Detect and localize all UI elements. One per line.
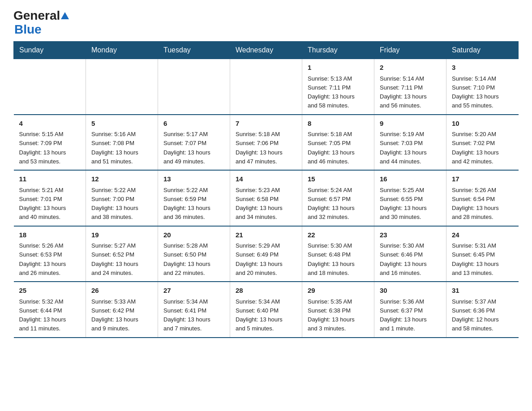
calendar-day-cell: 24Sunrise: 5:31 AM Sunset: 6:45 PM Dayli…: [446, 226, 519, 282]
calendar-day-cell: 26Sunrise: 5:33 AM Sunset: 6:42 PM Dayli…: [86, 282, 158, 338]
day-info: Sunrise: 5:34 AM Sunset: 6:41 PM Dayligh…: [163, 298, 210, 332]
calendar-day-cell: 11Sunrise: 5:21 AM Sunset: 7:01 PM Dayli…: [14, 170, 86, 226]
day-number: 7: [236, 119, 296, 129]
calendar-day-cell: 28Sunrise: 5:34 AM Sunset: 6:40 PM Dayli…: [230, 282, 302, 338]
calendar-day-cell: 10Sunrise: 5:20 AM Sunset: 7:02 PM Dayli…: [446, 115, 519, 171]
calendar-day-header: Wednesday: [230, 42, 302, 59]
calendar-day-cell: 7Sunrise: 5:18 AM Sunset: 7:06 PM Daylig…: [230, 115, 302, 171]
day-number: 9: [380, 119, 441, 129]
day-number: 11: [19, 174, 81, 184]
day-info: Sunrise: 5:30 AM Sunset: 6:46 PM Dayligh…: [380, 242, 427, 276]
day-info: Sunrise: 5:26 AM Sunset: 6:53 PM Dayligh…: [19, 242, 66, 276]
calendar-body: 1Sunrise: 5:13 AM Sunset: 7:11 PM Daylig…: [14, 59, 519, 338]
day-info: Sunrise: 5:33 AM Sunset: 6:42 PM Dayligh…: [91, 298, 138, 332]
day-number: 21: [236, 230, 296, 240]
calendar-day-cell: 9Sunrise: 5:19 AM Sunset: 7:03 PM Daylig…: [374, 115, 446, 171]
day-info: Sunrise: 5:14 AM Sunset: 7:11 PM Dayligh…: [380, 75, 427, 109]
day-info: Sunrise: 5:26 AM Sunset: 6:54 PM Dayligh…: [452, 187, 499, 221]
calendar-header-row: SundayMondayTuesdayWednesdayThursdayFrid…: [14, 42, 519, 59]
calendar-table: SundayMondayTuesdayWednesdayThursdayFrid…: [13, 41, 519, 338]
logo-blue-text: Blue: [14, 22, 42, 37]
calendar-week-row: 11Sunrise: 5:21 AM Sunset: 7:01 PM Dayli…: [14, 170, 519, 226]
day-info: Sunrise: 5:30 AM Sunset: 6:48 PM Dayligh…: [308, 242, 355, 276]
day-number: 5: [91, 119, 152, 129]
calendar-day-cell: 29Sunrise: 5:35 AM Sunset: 6:38 PM Dayli…: [302, 282, 374, 338]
day-info: Sunrise: 5:29 AM Sunset: 6:49 PM Dayligh…: [236, 242, 283, 276]
calendar-day-cell: 2Sunrise: 5:14 AM Sunset: 7:11 PM Daylig…: [374, 59, 446, 115]
calendar-day-cell: 14Sunrise: 5:23 AM Sunset: 6:58 PM Dayli…: [230, 170, 302, 226]
calendar-day-cell: 23Sunrise: 5:30 AM Sunset: 6:46 PM Dayli…: [374, 226, 446, 282]
page-header: General Blue: [13, 9, 519, 37]
calendar-day-cell: 13Sunrise: 5:22 AM Sunset: 6:59 PM Dayli…: [158, 170, 230, 226]
day-number: 29: [308, 286, 369, 296]
calendar-week-row: 18Sunrise: 5:26 AM Sunset: 6:53 PM Dayli…: [14, 226, 519, 282]
svg-marker-0: [61, 12, 69, 19]
day-info: Sunrise: 5:22 AM Sunset: 7:00 PM Dayligh…: [91, 187, 138, 221]
calendar-day-header: Sunday: [14, 42, 86, 59]
day-info: Sunrise: 5:35 AM Sunset: 6:38 PM Dayligh…: [308, 298, 355, 332]
day-number: 27: [163, 286, 224, 296]
day-info: Sunrise: 5:37 AM Sunset: 6:36 PM Dayligh…: [452, 298, 499, 332]
day-info: Sunrise: 5:15 AM Sunset: 7:09 PM Dayligh…: [19, 131, 66, 165]
day-number: 28: [236, 286, 296, 296]
calendar-day-cell: 22Sunrise: 5:30 AM Sunset: 6:48 PM Dayli…: [302, 226, 374, 282]
calendar-day-header: Tuesday: [158, 42, 230, 59]
calendar-day-header: Monday: [86, 42, 158, 59]
calendar-day-cell: [14, 59, 86, 115]
day-number: 10: [452, 119, 513, 129]
day-number: 24: [452, 230, 513, 240]
calendar-day-cell: 5Sunrise: 5:16 AM Sunset: 7:08 PM Daylig…: [86, 115, 158, 171]
day-number: 14: [236, 174, 296, 184]
day-info: Sunrise: 5:14 AM Sunset: 7:10 PM Dayligh…: [452, 75, 499, 109]
calendar-day-cell: 6Sunrise: 5:17 AM Sunset: 7:07 PM Daylig…: [158, 115, 230, 171]
day-number: 12: [91, 174, 152, 184]
calendar-week-row: 4Sunrise: 5:15 AM Sunset: 7:09 PM Daylig…: [14, 115, 519, 171]
calendar-day-header: Thursday: [302, 42, 374, 59]
day-info: Sunrise: 5:31 AM Sunset: 6:45 PM Dayligh…: [452, 242, 499, 276]
day-info: Sunrise: 5:25 AM Sunset: 6:55 PM Dayligh…: [380, 187, 427, 221]
day-number: 20: [163, 230, 224, 240]
day-number: 4: [19, 119, 81, 129]
calendar-day-cell: 3Sunrise: 5:14 AM Sunset: 7:10 PM Daylig…: [446, 59, 519, 115]
calendar-day-header: Friday: [374, 42, 446, 59]
day-number: 8: [308, 119, 369, 129]
calendar-header: SundayMondayTuesdayWednesdayThursdayFrid…: [14, 42, 519, 59]
calendar-day-cell: 16Sunrise: 5:25 AM Sunset: 6:55 PM Dayli…: [374, 170, 446, 226]
day-info: Sunrise: 5:36 AM Sunset: 6:37 PM Dayligh…: [380, 298, 427, 332]
day-info: Sunrise: 5:20 AM Sunset: 7:02 PM Dayligh…: [452, 131, 499, 165]
calendar-day-cell: 17Sunrise: 5:26 AM Sunset: 6:54 PM Dayli…: [446, 170, 519, 226]
day-number: 17: [452, 174, 513, 184]
calendar-day-cell: [86, 59, 158, 115]
day-info: Sunrise: 5:23 AM Sunset: 6:58 PM Dayligh…: [236, 187, 283, 221]
day-number: 31: [452, 286, 513, 296]
day-info: Sunrise: 5:17 AM Sunset: 7:07 PM Dayligh…: [163, 131, 210, 165]
calendar-day-cell: 15Sunrise: 5:24 AM Sunset: 6:57 PM Dayli…: [302, 170, 374, 226]
day-number: 23: [380, 230, 441, 240]
day-number: 13: [163, 174, 224, 184]
logo-triangle-icon: [61, 9, 69, 22]
calendar-day-cell: 20Sunrise: 5:28 AM Sunset: 6:50 PM Dayli…: [158, 226, 230, 282]
day-number: 26: [91, 286, 152, 296]
day-number: 15: [308, 174, 369, 184]
day-info: Sunrise: 5:16 AM Sunset: 7:08 PM Dayligh…: [91, 131, 138, 165]
calendar-day-cell: 8Sunrise: 5:18 AM Sunset: 7:05 PM Daylig…: [302, 115, 374, 171]
day-number: 30: [380, 286, 441, 296]
day-info: Sunrise: 5:13 AM Sunset: 7:11 PM Dayligh…: [308, 75, 355, 109]
day-number: 2: [380, 63, 441, 73]
logo-text: General: [13, 9, 69, 23]
day-number: 25: [19, 286, 81, 296]
day-number: 16: [380, 174, 441, 184]
calendar-day-cell: 18Sunrise: 5:26 AM Sunset: 6:53 PM Dayli…: [14, 226, 86, 282]
calendar-day-header: Saturday: [446, 42, 519, 59]
day-number: 1: [308, 63, 369, 73]
day-info: Sunrise: 5:28 AM Sunset: 6:50 PM Dayligh…: [163, 242, 210, 276]
day-info: Sunrise: 5:18 AM Sunset: 7:06 PM Dayligh…: [236, 131, 283, 165]
calendar-day-cell: 12Sunrise: 5:22 AM Sunset: 7:00 PM Dayli…: [86, 170, 158, 226]
calendar-day-cell: 1Sunrise: 5:13 AM Sunset: 7:11 PM Daylig…: [302, 59, 374, 115]
calendar-day-cell: [230, 59, 302, 115]
day-info: Sunrise: 5:22 AM Sunset: 6:59 PM Dayligh…: [163, 187, 210, 221]
day-info: Sunrise: 5:34 AM Sunset: 6:40 PM Dayligh…: [236, 298, 283, 332]
day-number: 18: [19, 230, 81, 240]
day-number: 22: [308, 230, 369, 240]
day-info: Sunrise: 5:19 AM Sunset: 7:03 PM Dayligh…: [380, 131, 427, 165]
